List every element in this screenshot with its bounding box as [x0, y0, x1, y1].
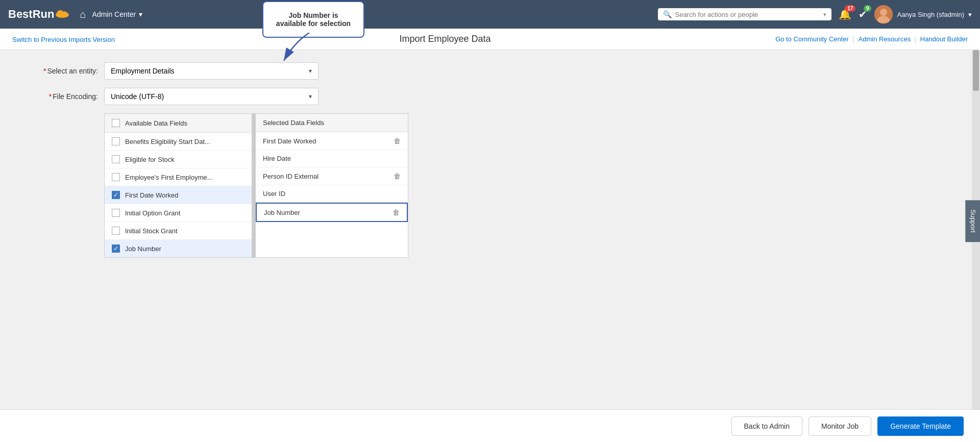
notification-badge: 17 — [845, 5, 855, 12]
admin-center-label: Admin Center — [92, 10, 136, 18]
entity-label: *Select an entity: — [16, 67, 98, 75]
logo: BestRun — [8, 8, 69, 21]
search-bar[interactable]: 🔍 ▾ — [658, 8, 831, 20]
user-name: Aanya Singh (sfadmin) — [897, 11, 964, 18]
fields-container: Available Data Fields Benefits Eligibili… — [104, 113, 964, 258]
svg-point-2 — [61, 11, 67, 17]
search-icon: 🔍 — [663, 10, 672, 18]
admin-center-chevron: ▾ — [139, 10, 142, 18]
encoding-value: Unicode (UTF-8) — [111, 92, 164, 101]
field-row-first-date-worked[interactable]: ✓ First Date Worked — [105, 186, 252, 204]
search-input[interactable] — [675, 11, 820, 18]
selected-label-person-id: Person ID External — [263, 173, 318, 180]
available-header: Available Data Fields — [105, 114, 252, 133]
logo-text: BestRun — [8, 8, 54, 21]
delete-person-id-icon[interactable]: 🗑 — [394, 172, 401, 180]
available-header-label: Available Data Fields — [125, 119, 187, 127]
callout-box: Job Number is available for selection — [262, 1, 364, 38]
user-dropdown-arrow: ▾ — [968, 11, 972, 18]
sub-header: Switch to Previous Imports Version Impor… — [0, 29, 980, 50]
entity-chevron-icon: ▾ — [309, 67, 312, 75]
encoding-select[interactable]: Unicode (UTF-8) ▾ — [104, 88, 318, 105]
field-label-stock-eligible: Eligible for Stock — [125, 156, 175, 163]
field-checkbox-benefits[interactable] — [112, 137, 120, 145]
selected-row-hire-date[interactable]: Hire Date — [256, 150, 408, 167]
field-row-initial-option[interactable]: Initial Option Grant — [105, 204, 252, 222]
logo-best: Best — [8, 8, 33, 20]
separator-2: | — [915, 35, 918, 43]
field-row-initial-stock[interactable]: Initial Stock Grant — [105, 222, 252, 240]
encoding-row: *File Encoding: Unicode (UTF-8) ▾ — [16, 88, 964, 105]
field-row-first-employment[interactable]: Employee's First Employme... — [105, 168, 252, 186]
field-label-first-employment: Employee's First Employme... — [125, 174, 213, 181]
logo-cloud-icon — [55, 9, 69, 18]
field-checkbox-initial-stock[interactable] — [112, 227, 120, 235]
tasks-badge: 9 — [864, 5, 872, 12]
svg-point-4 — [880, 9, 887, 16]
admin-center-menu[interactable]: Admin Center ▾ — [92, 10, 143, 18]
notification-area: 🔔 17 ✔ 9 — [839, 8, 867, 20]
entity-value: Employment Details — [111, 67, 175, 75]
home-icon[interactable]: ⌂ — [80, 9, 86, 20]
field-label-initial-stock: Initial Stock Grant — [125, 227, 178, 235]
field-label-benefits: Benefits Eligibility Start Dat... — [125, 138, 210, 145]
support-label: Support — [970, 209, 977, 233]
field-checkbox-first-date-worked[interactable]: ✓ — [112, 191, 120, 199]
selected-label-first-date-worked: First Date Worked — [263, 137, 316, 145]
page-title: Import Employee Data — [115, 34, 775, 44]
encoding-required-star: * — [49, 92, 52, 101]
navbar: BestRun ⌂ Admin Center ▾ 🔍 ▾ 🔔 17 ✔ 9 — [0, 0, 980, 29]
encoding-label: *File Encoding: — [16, 92, 98, 101]
switch-version-anchor[interactable]: Switch to Previous Imports Version — [12, 36, 115, 43]
selected-label-user-id: User ID — [263, 190, 285, 198]
field-checkbox-job-number[interactable]: ✓ — [112, 244, 120, 253]
logo-run: Run — [33, 8, 55, 20]
main-content: *Select an entity: Employment Details ▾ … — [0, 50, 980, 409]
selected-row-person-id[interactable]: Person ID External 🗑 — [256, 167, 408, 185]
field-row-benefits[interactable]: Benefits Eligibility Start Dat... — [105, 133, 252, 151]
field-row-stock-eligible[interactable]: Eligible for Stock — [105, 151, 252, 168]
selected-row-first-date-worked[interactable]: First Date Worked 🗑 — [256, 132, 408, 150]
callout-text: Job Number is available for selection — [276, 11, 351, 28]
field-row-job-number[interactable]: ✓ Job Number — [105, 240, 252, 257]
select-all-checkbox[interactable] — [112, 119, 120, 127]
field-label-initial-option: Initial Option Grant — [125, 209, 180, 217]
community-center-link[interactable]: Go to Community Center — [775, 35, 849, 43]
entity-row: *Select an entity: Employment Details ▾ — [16, 62, 964, 80]
callout-container: Job Number is available for selection — [262, 1, 364, 38]
field-label-first-date-worked: First Date Worked — [125, 191, 179, 199]
selected-header: Selected Data Fields — [256, 114, 408, 132]
support-tab[interactable]: Support — [966, 200, 980, 242]
handout-builder-link[interactable]: Handout Builder — [920, 35, 968, 43]
selected-label-job-number: Job Number — [264, 209, 300, 216]
encoding-chevron-icon: ▾ — [309, 93, 312, 100]
selected-row-job-number[interactable]: Job Number 🗑 — [256, 203, 408, 222]
entity-required-star: * — [43, 67, 46, 75]
selected-header-label: Selected Data Fields — [263, 119, 324, 127]
selected-fields-panel: Selected Data Fields First Date Worked 🗑… — [255, 113, 408, 258]
delete-first-date-worked-icon[interactable]: 🗑 — [394, 137, 401, 145]
user-menu[interactable]: Aanya Singh (sfadmin) ▾ — [874, 5, 972, 23]
selected-label-hire-date: Hire Date — [263, 155, 291, 162]
field-label-job-number: Job Number — [125, 245, 161, 253]
delete-job-number-icon[interactable]: 🗑 — [393, 208, 400, 216]
field-checkbox-first-employment[interactable] — [112, 173, 120, 181]
avatar — [874, 5, 893, 23]
tasks-icon[interactable]: ✔ 9 — [859, 8, 867, 20]
field-checkbox-stock-eligible[interactable] — [112, 155, 120, 163]
search-dropdown-arrow[interactable]: ▾ — [823, 11, 826, 18]
available-fields-panel: Available Data Fields Benefits Eligibili… — [104, 113, 252, 258]
separator-1: | — [853, 35, 856, 43]
notification-bell[interactable]: 🔔 17 — [839, 8, 851, 20]
top-links: Go to Community Center | Admin Resources… — [775, 35, 968, 43]
switch-version-link[interactable]: Switch to Previous Imports Version — [12, 35, 115, 43]
field-checkbox-initial-option[interactable] — [112, 209, 120, 217]
entity-select[interactable]: Employment Details ▾ — [104, 62, 318, 80]
admin-resources-link[interactable]: Admin Resources — [859, 35, 911, 43]
callout-arrow — [279, 33, 325, 65]
scroll-thumb[interactable] — [973, 50, 979, 91]
selected-row-user-id[interactable]: User ID — [256, 185, 408, 203]
